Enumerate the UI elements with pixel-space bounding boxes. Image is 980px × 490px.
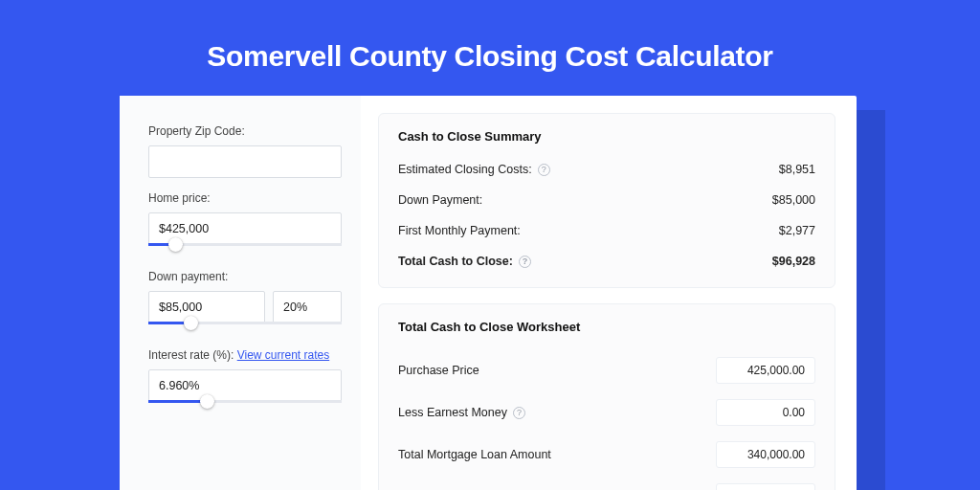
- summary-panel: Cash to Close Summary Estimated Closing …: [378, 113, 835, 288]
- help-icon[interactable]: ?: [513, 407, 525, 419]
- down-payment-input[interactable]: [148, 291, 265, 323]
- summary-total-row: Total Cash to Close: ? $96,928: [398, 251, 815, 281]
- zip-label: Property Zip Code:: [148, 124, 342, 138]
- calculator-card: Property Zip Code: Home price: Down paym…: [120, 96, 857, 490]
- down-payment-slider[interactable]: [148, 323, 342, 335]
- summary-row-label: Estimated Closing Costs:: [398, 163, 532, 176]
- summary-row: Down Payment: $85,000: [398, 189, 815, 220]
- inputs-panel: Property Zip Code: Home price: Down paym…: [120, 96, 361, 490]
- summary-total-value: $96,928: [772, 255, 815, 268]
- worksheet-row: Less Earnest Money ?: [398, 391, 815, 434]
- page-title: Somervell County Closing Cost Calculator: [0, 0, 980, 73]
- summary-row-value: $85,000: [772, 193, 815, 207]
- zip-input[interactable]: [148, 145, 342, 178]
- down-payment-percent-input[interactable]: [273, 291, 342, 323]
- worksheet-row: Purchase Price: [398, 349, 815, 391]
- help-icon[interactable]: ?: [519, 256, 531, 268]
- help-icon[interactable]: ?: [538, 164, 550, 176]
- worksheet-row-input[interactable]: [716, 441, 815, 468]
- worksheet-row-input[interactable]: [716, 399, 815, 426]
- interest-rate-input[interactable]: [148, 369, 342, 402]
- summary-row-value: $2,977: [779, 224, 815, 237]
- summary-heading: Cash to Close Summary: [398, 129, 815, 144]
- interest-rate-slider[interactable]: [148, 402, 342, 413]
- worksheet-heading: Total Cash to Close Worksheet: [398, 320, 815, 334]
- summary-total-label: Total Cash to Close:: [398, 255, 513, 268]
- home-price-slider[interactable]: [148, 245, 342, 256]
- summary-row: First Monthly Payment: $2,977: [398, 220, 815, 251]
- down-payment-label: Down payment:: [148, 270, 342, 283]
- summary-row-label: First Monthly Payment:: [398, 224, 521, 237]
- worksheet-row: Total Mortgage Loan Amount: [398, 434, 815, 476]
- worksheet-row-label: Less Earnest Money: [398, 406, 507, 419]
- worksheet-row-input[interactable]: [716, 483, 815, 490]
- summary-row: Estimated Closing Costs: ? $8,951: [398, 159, 815, 189]
- home-price-label: Home price:: [148, 191, 342, 205]
- worksheet-row: Total Second Mortgage Amount: [398, 476, 815, 490]
- worksheet-panel: Total Cash to Close Worksheet Purchase P…: [378, 303, 835, 490]
- worksheet-row-input[interactable]: [716, 357, 815, 384]
- view-rates-link[interactable]: View current rates: [237, 348, 330, 362]
- results-panel: Cash to Close Summary Estimated Closing …: [361, 96, 857, 490]
- summary-row-label: Down Payment:: [398, 193, 482, 207]
- worksheet-row-label: Total Mortgage Loan Amount: [398, 448, 551, 461]
- summary-row-value: $8,951: [779, 163, 815, 176]
- interest-rate-label: Interest rate (%): View current rates: [148, 348, 342, 362]
- worksheet-row-label: Purchase Price: [398, 364, 479, 377]
